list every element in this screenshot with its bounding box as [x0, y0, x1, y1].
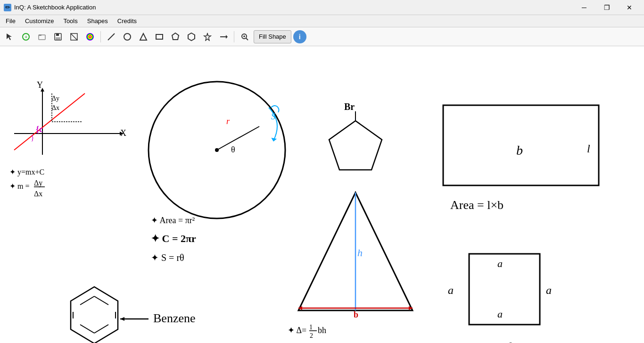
- svg-marker-0: [7, 33, 12, 40]
- app-icon: ✏: [4, 4, 11, 11]
- info-button[interactable]: i: [293, 30, 306, 43]
- close-button[interactable]: ✕: [619, 0, 640, 15]
- hexagon-tool[interactable]: [184, 30, 198, 44]
- fill-shape-button[interactable]: Fill Shape: [254, 30, 291, 43]
- fill-shape-label: Fill Shape: [259, 33, 286, 40]
- svg-text:Benzene: Benzene: [153, 311, 196, 325]
- maximize-button[interactable]: ❐: [596, 0, 618, 15]
- app-title: InQ: A Sketchbook Application: [14, 4, 96, 11]
- svg-text:bh: bh: [318, 326, 326, 335]
- svg-text:✦ m =: ✦ m =: [9, 182, 29, 190]
- menu-credits[interactable]: Credits: [114, 17, 140, 25]
- svg-rect-4: [39, 34, 41, 36]
- menu-tools[interactable]: Tools: [59, 17, 81, 25]
- canvas[interactable]: Y X Δy Δx {c } ✦ y=mx+C ✦ m = Δy Δx r θ: [0, 46, 644, 343]
- svg-point-44: [215, 148, 219, 152]
- svg-line-80: [94, 296, 108, 305]
- svg-line-43: [217, 126, 259, 150]
- svg-rect-14: [156, 34, 163, 39]
- svg-text:Area = l×b: Area = l×b: [450, 198, 504, 212]
- menu-file[interactable]: File: [2, 17, 19, 25]
- zoom-tool[interactable]: [238, 30, 252, 44]
- svg-point-12: [124, 33, 131, 40]
- svg-text:r: r: [226, 117, 230, 126]
- new-button[interactable]: +: [19, 30, 33, 44]
- circle-tool[interactable]: [120, 30, 134, 44]
- svg-text:θ: θ: [231, 145, 235, 154]
- info-label: i: [299, 33, 301, 41]
- menubar: File Customize Tools Shapes Credits: [0, 15, 644, 27]
- minimize-button[interactable]: ─: [573, 0, 595, 15]
- svg-text:2: 2: [310, 332, 313, 339]
- menu-customize[interactable]: Customize: [21, 17, 58, 25]
- svg-text:a: a: [448, 284, 454, 296]
- menu-shapes[interactable]: Shapes: [83, 17, 112, 25]
- svg-text:a: a: [497, 308, 503, 320]
- svg-marker-78: [71, 287, 118, 343]
- svg-line-81: [94, 325, 108, 333]
- line-tool[interactable]: [104, 30, 118, 44]
- color-picker[interactable]: [83, 30, 97, 44]
- svg-rect-71: [469, 254, 540, 325]
- svg-line-82: [80, 325, 94, 333]
- svg-text:✦  C = 2πr: ✦ C = 2πr: [151, 233, 196, 244]
- svg-text:h: h: [357, 247, 363, 259]
- svg-marker-48: [271, 138, 277, 142]
- svg-text:Δx: Δx: [34, 190, 42, 198]
- svg-marker-17: [204, 33, 211, 41]
- star-tool[interactable]: [200, 30, 215, 44]
- svg-rect-6: [56, 33, 59, 36]
- titlebar-left: ✏ InQ: A Sketchbook Application: [4, 4, 96, 11]
- triangle-tool[interactable]: [136, 30, 150, 44]
- svg-point-10: [86, 33, 94, 41]
- svg-text:Δy: Δy: [52, 95, 59, 102]
- rectangle-tool[interactable]: [152, 30, 166, 44]
- svg-marker-13: [140, 33, 147, 40]
- svg-text:+: +: [25, 34, 27, 40]
- svg-marker-54: [329, 121, 382, 170]
- cursor-tool[interactable]: [3, 30, 17, 44]
- svg-rect-7: [56, 37, 60, 40]
- save-button[interactable]: [51, 30, 65, 44]
- svg-text:Br: Br: [344, 101, 355, 112]
- svg-text:b: b: [516, 143, 523, 158]
- svg-text:{c: {c: [36, 125, 43, 134]
- svg-text:l: l: [587, 142, 590, 155]
- svg-text:✦  Δ=: ✦ Δ=: [288, 326, 306, 335]
- svg-marker-15: [172, 33, 179, 40]
- pentagon-tool[interactable]: [168, 30, 182, 44]
- toolbar: +: [0, 27, 644, 46]
- svg-line-11: [108, 33, 115, 40]
- svg-line-9: [71, 33, 77, 40]
- svg-text:✦  Area = πr²: ✦ Area = πr²: [151, 216, 195, 225]
- arrow-tool[interactable]: [216, 30, 231, 44]
- svg-marker-86: [120, 317, 124, 321]
- svg-text:a: a: [497, 258, 503, 269]
- edit-button[interactable]: [67, 30, 81, 44]
- titlebar-controls[interactable]: ─ ❐ ✕: [573, 0, 640, 15]
- svg-line-21: [246, 38, 248, 40]
- svg-marker-16: [188, 33, 195, 41]
- svg-text:✦ y=mx+C: ✦ y=mx+C: [9, 168, 44, 176]
- svg-line-79: [80, 296, 94, 305]
- svg-marker-19: [226, 35, 228, 39]
- svg-text:a: a: [546, 284, 552, 296]
- open-button[interactable]: [35, 30, 49, 44]
- svg-text:Δx: Δx: [52, 104, 59, 111]
- svg-text:}: }: [31, 134, 34, 142]
- separator-2: [234, 31, 234, 42]
- titlebar: ✏ InQ: A Sketchbook Application ─ ❐ ✕: [0, 0, 644, 15]
- svg-text:Δy: Δy: [34, 179, 42, 187]
- svg-text:1: 1: [309, 324, 313, 331]
- separator-1: [100, 31, 101, 42]
- svg-text:X: X: [120, 128, 126, 138]
- svg-text:b: b: [354, 310, 358, 319]
- svg-text:Y: Y: [37, 80, 43, 90]
- svg-text:✦  S = rθ: ✦ S = rθ: [151, 252, 184, 263]
